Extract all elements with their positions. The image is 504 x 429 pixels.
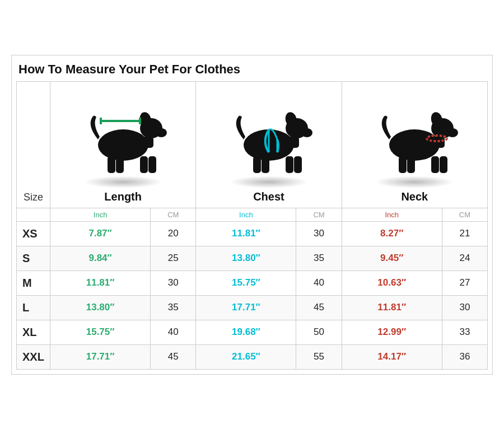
neck-cm-cell: 24 [442, 246, 487, 271]
length-label: Length [104, 190, 142, 203]
neck-cm-value: 21 [459, 228, 470, 239]
chest-cm-value: 45 [314, 302, 324, 313]
length-cm-cell: 30 [151, 271, 196, 295]
chest-cm-cell: 45 [296, 295, 342, 320]
svg-point-2 [156, 128, 167, 137]
chest-inch-cell: 15.75″ [196, 271, 296, 295]
length-inch-cell: 9.84″ [50, 246, 151, 271]
chest-cm-cell: 30 [296, 221, 342, 246]
chest-inch-subheader: Inch [196, 208, 296, 221]
table-row: S 9.84″ 25 13.80″ 35 9.45″ 24 [17, 246, 488, 271]
chest-dog-svg [224, 86, 314, 176]
svg-point-25 [447, 128, 458, 137]
neck-cm-subheader: CM [442, 208, 487, 221]
neck-inch-value: 9.45″ [380, 253, 403, 263]
neck-inch-cell: 9.45″ [342, 246, 442, 271]
table-row: XXL 17.71″ 45 21.65″ 55 14.17″ 36 [17, 344, 488, 369]
neck-cm-value: 36 [459, 351, 470, 362]
neck-cm-cell: 36 [442, 344, 487, 369]
length-inch-cell: 11.81″ [50, 271, 151, 295]
length-dog-svg [78, 86, 168, 176]
length-cm-value: 45 [168, 351, 179, 362]
neck-inch-cell: 8.27″ [342, 221, 442, 246]
size-value: M [22, 277, 32, 289]
chest-cm-value: 50 [314, 327, 324, 337]
neck-inch-cell: 12.99″ [342, 320, 442, 344]
chest-inch-value: 21.65″ [232, 351, 260, 362]
chest-cm-cell: 50 [296, 320, 342, 344]
svg-rect-16 [286, 156, 293, 173]
svg-rect-7 [116, 156, 124, 173]
svg-rect-17 [294, 156, 302, 173]
header-image-row: Size [17, 81, 488, 208]
length-dog-figure: Length [53, 86, 193, 203]
chest-inch-value: 15.75″ [232, 277, 260, 288]
svg-rect-6 [108, 156, 115, 173]
neck-inch-value: 10.63″ [377, 277, 406, 288]
neck-inch-cell: 14.17″ [342, 344, 442, 369]
size-value: XXL [22, 351, 44, 363]
size-cell: XXL [17, 344, 50, 369]
size-value: XS [22, 227, 38, 240]
size-cell: M [17, 271, 50, 295]
neck-cm-cell: 30 [442, 295, 487, 320]
chest-cm-value: 40 [314, 277, 324, 288]
neck-cm-value: 33 [459, 327, 470, 337]
length-cm-cell: 45 [151, 344, 196, 369]
neck-inch-value: 11.81″ [377, 302, 406, 313]
size-cell: XS [17, 221, 50, 246]
chart-title: How To Measure Your Pet For Clothes [16, 62, 488, 77]
length-cm-subheader: CM [151, 208, 196, 221]
length-image-cell: Length [50, 81, 196, 208]
length-inch-cell: 13.80″ [50, 295, 151, 320]
neck-cm-value: 30 [459, 302, 470, 313]
svg-point-23 [389, 129, 440, 161]
neck-dog-svg [370, 86, 459, 176]
svg-rect-19 [262, 156, 269, 173]
neck-cm-value: 24 [459, 253, 470, 263]
size-value: S [22, 252, 30, 264]
chest-label: Chest [253, 190, 284, 203]
svg-rect-29 [399, 156, 407, 173]
chest-inch-value: 13.80″ [232, 253, 260, 263]
length-inch-value: 13.80″ [86, 302, 115, 313]
length-cm-cell: 20 [151, 221, 196, 246]
svg-rect-5 [148, 156, 156, 173]
chest-cm-cell: 35 [296, 246, 342, 271]
length-inch-value: 15.75″ [86, 327, 115, 337]
length-inch-value: 9.84″ [88, 253, 111, 263]
neck-inch-value: 14.17″ [377, 351, 406, 362]
svg-rect-4 [140, 156, 148, 173]
chart-container: How To Measure Your Pet For Clothes Size [11, 55, 493, 375]
chest-dog-shadow [230, 176, 308, 188]
table-row: XL 15.75″ 40 19.68″ 50 12.99″ 33 [17, 320, 488, 344]
chest-cm-cell: 40 [296, 271, 342, 295]
length-cm-value: 35 [168, 302, 179, 313]
chest-cm-cell: 55 [296, 344, 342, 369]
size-header-cell: Size [17, 81, 50, 208]
length-inch-value: 7.87″ [88, 228, 111, 239]
neck-inch-value: 8.27″ [380, 228, 403, 239]
length-inch-cell: 15.75″ [50, 320, 151, 344]
chest-cm-value: 55 [314, 351, 324, 362]
table-row: XS 7.87″ 20 11.81″ 30 8.27″ 21 [17, 221, 488, 246]
neck-inch-cell: 10.63″ [342, 271, 442, 295]
length-inch-value: 17.71″ [86, 351, 115, 362]
chest-inch-cell: 13.80″ [196, 246, 296, 271]
size-value: XL [22, 326, 37, 338]
svg-rect-30 [407, 156, 415, 173]
length-cm-value: 40 [168, 327, 179, 337]
length-cm-value: 20 [168, 228, 179, 239]
size-column-label: Size [24, 192, 43, 203]
length-inch-value: 11.81″ [86, 277, 115, 288]
neck-inch-cell: 11.81″ [342, 295, 442, 320]
neck-label: Neck [401, 190, 428, 203]
length-inch-subheader: Inch [50, 208, 151, 221]
svg-rect-31 [432, 137, 445, 148]
neck-dog-figure: Neck [344, 86, 485, 203]
svg-rect-18 [253, 156, 261, 173]
chest-inch-cell: 19.68″ [196, 320, 296, 344]
chest-inch-value: 17.71″ [232, 302, 260, 313]
neck-inch-value: 12.99″ [377, 327, 406, 337]
length-cm-cell: 35 [151, 295, 196, 320]
